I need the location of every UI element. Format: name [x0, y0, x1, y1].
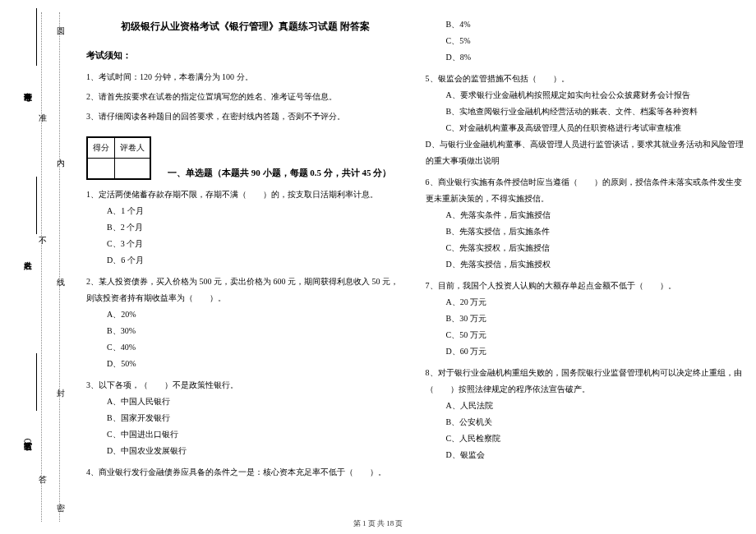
exam-page: 密 封 线 内 圆 答 不 准 省（市区） 姓名 准考证号 初级银行从业资格考试…	[0, 0, 756, 534]
q5-c: C、对金融机构董事及高级管理人员的任职资格进行考试审查核准	[446, 120, 744, 136]
answer-label: 答	[36, 468, 48, 475]
binding-sidebar: 密 封 线 内 圆 答 不 准 省（市区） 姓名 准考证号	[0, 0, 66, 534]
section-row: 得分 评卷人 一、单选题（本题共 90 小题，每题 0.5 分，共计 45 分）	[86, 130, 405, 182]
q2-stem: 2、某人投资债券，买入价格为 500 元，卖出价格为 600 元，期间获得利息收…	[86, 274, 405, 306]
notice-3: 3、请仔细阅读各种题目的回答要求，在密封线内答题，否则不予评分。	[86, 108, 405, 125]
q6-stem: 6、商业银行实施有条件授信时应当遵循（ ）的原则，授信条件未落实或条件发生变更未…	[426, 174, 744, 207]
left-column: 初级银行从业资格考试《银行管理》真题练习试题 附答案 考试须知： 1、考试时间：…	[86, 16, 405, 530]
exam-title: 初级银行从业资格考试《银行管理》真题练习试题 附答案	[86, 16, 405, 36]
dotted-line-1	[41, 12, 42, 522]
q1-d: D、6 个月	[107, 252, 405, 269]
q7-stem: 7、目前，我国个人投资人认购的大额存单起点金额不低于（ ）。	[426, 278, 744, 294]
q8-b: B、公安机关	[446, 414, 744, 430]
section-1-title: 一、单选题（本题共 90 小题，每题 0.5 分，共计 45 分）	[168, 163, 391, 182]
q4-c: C、5%	[446, 33, 744, 49]
content-area: 初级银行从业资格考试《银行管理》真题练习试题 附答案 考试须知： 1、考试时间：…	[66, 0, 756, 534]
q7-d: D、60 万元	[446, 343, 744, 360]
q6-d: D、先落实授信，后实施授权	[446, 256, 744, 273]
score-box: 得分 评卷人	[86, 136, 151, 180]
seal-label-2: 封	[54, 382, 66, 389]
q3-stem: 3、以下各项，（ ）不是政策性银行。	[86, 377, 405, 394]
field-line-2	[36, 177, 37, 234]
seal-label-1: 密	[54, 497, 66, 504]
prep-label: 准	[36, 107, 48, 113]
page-footer: 第 1 页 共 18 页	[0, 518, 756, 529]
q6-b: B、先落实授信，后实施条件	[446, 223, 744, 240]
q7-a: A、20 万元	[446, 294, 744, 311]
q3-c: C、中国进出口银行	[107, 426, 405, 443]
right-column: B、4% C、5% D、8% 5、银监会的监管措施不包括（ ）。 A、要求银行业…	[426, 16, 744, 530]
q2-b: B、30%	[107, 323, 405, 339]
not-label: 不	[36, 230, 48, 237]
seal-label-3: 线	[54, 271, 66, 278]
q5-a: A、要求银行业金融机构按照规定如实向社会公众披露财务会计报告	[446, 87, 744, 104]
q7-c: C、50 万元	[446, 327, 744, 343]
q1-b: B、2 个月	[107, 219, 405, 236]
q8-a: A、人民法院	[446, 398, 744, 414]
q8-d: D、银监会	[446, 447, 744, 463]
score-cell	[88, 159, 115, 179]
notice-header: 考试须知：	[86, 46, 405, 64]
q5-b: B、实地查阅银行业金融机构经营活动的账表、文件、档案等各种资料	[446, 104, 744, 120]
reviewer-label: 评卷人	[115, 138, 150, 159]
field-line-3	[36, 8, 37, 66]
dotted-line-2	[59, 12, 60, 522]
q2-c: C、40%	[107, 339, 405, 356]
reviewer-cell	[115, 159, 150, 179]
q4-stem: 4、商业银行发行金融债券应具备的条件之一是：核心资本充足率不低于（ ）。	[86, 464, 405, 481]
q4-b: B、4%	[446, 16, 744, 33]
q5-stem: 5、银监会的监管措施不包括（ ）。	[426, 71, 744, 87]
q1-c: C、3 个月	[107, 236, 405, 252]
q1-a: A、1 个月	[107, 203, 405, 219]
notice-2: 2、请首先按要求在试卷的指定位置填写您的姓名、准考证号等信息。	[86, 89, 405, 105]
q4-d: D、8%	[446, 49, 744, 66]
score-label: 得分	[88, 138, 115, 159]
q6-a: A、先落实条件，后实施授信	[446, 207, 744, 223]
q2-d: D、50%	[107, 356, 405, 372]
q3-d: D、中国农业发展银行	[107, 443, 405, 459]
q8-c: C、人民检察院	[446, 430, 744, 447]
field-line-1	[36, 353, 37, 411]
notice-1: 1、考试时间：120 分钟，本卷满分为 100 分。	[86, 69, 405, 85]
q8-stem: 8、对于银行业金融机构重组失败的，国务院银行业监督管理机构可以决定终止重组，由（…	[426, 365, 744, 398]
q2-a: A、20%	[107, 306, 405, 323]
seal-label-4: 内	[54, 152, 66, 159]
q7-b: B、30 万元	[446, 311, 744, 327]
q6-c: C、先落实授权，后实施授信	[446, 240, 744, 256]
q5-d: D、与银行业金融机构董事、高级管理人员进行监管谈话，要求其就业务活动和风险管理的…	[426, 136, 744, 169]
seal-label-5: 圆	[54, 21, 66, 27]
q1-stem: 1、定活两便储蓄存款存期不限，存期不满（ ）的，按支取日活期利率计息。	[86, 186, 405, 203]
q3-b: B、国家开发银行	[107, 410, 405, 426]
q3-a: A、中国人民银行	[107, 394, 405, 410]
